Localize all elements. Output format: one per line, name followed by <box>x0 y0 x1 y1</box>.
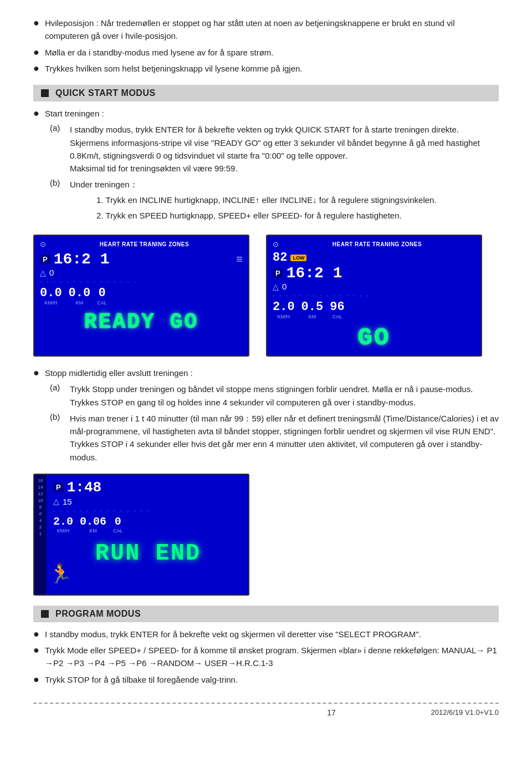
item-b-text: Under treningen： <box>70 180 138 189</box>
running-figure-icon: 🏃 <box>49 562 72 585</box>
screen1-speed2: 0.0 <box>69 286 91 300</box>
screen1-speed1: 0.0 <box>40 286 62 300</box>
program-text-2: Trykk Mode eller SPEED+ / SPEED- for å k… <box>45 644 499 670</box>
start-treningen-text: Start treningen : <box>45 107 104 120</box>
item-a-content: I standby modus, trykk ENTER for å bekre… <box>70 123 499 175</box>
item-b-label: (b) <box>50 178 66 187</box>
screen2-speed1-unit: KM/H <box>278 314 290 319</box>
bullet-icon-2: ● <box>33 47 39 58</box>
screen2-p-label: P <box>273 268 283 278</box>
screen-go: ⊙ HEART RATE TRANING ZONES 82 LOW P 16:2… <box>266 235 482 357</box>
quick-start-item-b: (b) Under treningen： 1. Trykk en INCLINE… <box>50 178 499 225</box>
program-bullet-2: ● Trykk Mode eller SPEED+ / SPEED- for å… <box>33 644 499 670</box>
screen-ready-go: ⊙ HEART RATE TRANING ZONES P 16:2 1 ≡ △ … <box>33 235 249 357</box>
screen3-speed2: 0.06 <box>80 515 106 528</box>
screen2-top-bar: ⊙ HEART RATE TRANING ZONES <box>273 240 475 248</box>
item-a3-text: stigningsverdi 0 og tidsvinduet vil star… <box>103 151 347 160</box>
screen1-p-label: P <box>40 255 50 264</box>
screen3-speed1: 2.0 <box>53 515 73 528</box>
intro-bullet-3: ● Trykkes hvilken som helst betjeningskn… <box>33 62 499 75</box>
footer: 17 2012/6/19 V1.0+V1.0 <box>33 703 499 717</box>
bullet-icon-3: ● <box>33 63 39 74</box>
num-item-1: 1. Trykk en INCLINE hurtigknapp, INCLINE… <box>96 194 437 206</box>
program-bullet-1: ● I standby modus, trykk ENTER for å bek… <box>33 628 499 641</box>
bullet-icon-1: ● <box>33 17 39 29</box>
screen2-speed1: 2.0 <box>273 300 295 314</box>
stop-a-label: (a) <box>50 383 66 392</box>
side-num-1: 1 <box>39 531 42 536</box>
screen2-speed3-unit: CAL <box>332 314 342 319</box>
side-num-8: 8 <box>39 505 42 510</box>
num-item-2: 2. Trykk en SPEED hurtigknapp, SPEED+ el… <box>96 209 437 222</box>
screen1-big-text: READY GO <box>40 310 243 334</box>
screen3-speed2-unit: KM <box>89 528 97 534</box>
footer-version: 2012/6/19 V1.0+V1.0 <box>431 708 499 717</box>
quick-start-sub-list: (a) I standby modus, trykk ENTER for å b… <box>50 123 499 225</box>
screen1-time: 16:2 1 <box>54 251 110 268</box>
screen1-bars-icon: ≡ <box>236 253 243 266</box>
intro-text-1: Hvileposisjon : Når tredemøllen er stopp… <box>45 17 499 43</box>
screen3-speed3: 0 <box>115 515 121 528</box>
screen2-speed2: 0.5 <box>301 300 324 314</box>
screen1-dashes: - - - - - - - - - - - - - - - <box>40 278 243 284</box>
screen3-dashes: - - - - - - - - - - - - - - - <box>53 507 243 514</box>
stop-a-text: Trykk Stopp under treningen og båndet vi… <box>70 383 499 409</box>
side-num-12: 12 <box>38 491 43 496</box>
screen3-speed3-unit: CAL <box>113 528 123 534</box>
num1-text: 1. Trykk en INCLINE hurtigknapp, INCLINE… <box>96 194 437 206</box>
screen2-dashes: - - - - - - - - - - - - - - - <box>273 292 475 298</box>
screen1-speed2-unit: KM <box>76 300 84 306</box>
num2-text: 2. Trykk en SPEED hurtigknapp, SPEED+ el… <box>96 209 402 222</box>
intro-text-2: Mølla er da i standby-modus med lysene a… <box>45 46 274 59</box>
start-treningen-bullet: ● Start treningen : <box>33 107 499 120</box>
quick-start-item-a: (a) I standby modus, trykk ENTER for å b… <box>50 123 499 175</box>
screen2-speed3: 96 <box>330 300 344 314</box>
stop-main-text: Stopp midlertidig eller avslutt treninge… <box>45 367 193 379</box>
program-bullet-icon-2: ● <box>33 644 39 656</box>
side-num-16: 16 <box>38 478 43 483</box>
side-num-4: 4 <box>39 518 42 523</box>
screen1-incline: 0 <box>49 268 54 277</box>
program-bullet-icon-1: ● <box>33 628 39 640</box>
screen1-title: HEART RATE TRANING ZONES <box>46 241 243 247</box>
intro-bullet-2: ● Mølla er da i standby-modus med lysene… <box>33 46 499 59</box>
screens-row-1: ⊙ HEART RATE TRANING ZONES P 16:2 1 ≡ △ … <box>33 235 499 357</box>
bullet-icon-stop: ● <box>33 367 39 379</box>
screen3-time: 1:48 <box>67 479 101 496</box>
screen3-speed1-unit: KM/H <box>57 528 70 534</box>
program-bullet-3: ● Trykk STOP for å gå tilbake til foregå… <box>33 673 499 686</box>
quick-start-header: QUICK START MODUS <box>33 85 499 101</box>
screen1-incline-icon: △ <box>40 268 46 277</box>
program-modus-title: PROGRAM MODUS <box>55 609 141 619</box>
screen2-title: HEART RATE TRANING ZONES <box>279 241 475 247</box>
item-a-text: I standby modus, trykk ENTER for å bekre… <box>70 125 459 134</box>
program-bullet-icon-3: ● <box>33 674 39 685</box>
item-a-label: (a) <box>50 123 66 133</box>
screen2-incline: 0 <box>282 282 287 291</box>
bullet-icon-start: ● <box>33 108 39 119</box>
stop-section: ● Stopp midlertidig eller avslutt trenin… <box>33 367 499 464</box>
side-num-2: 2 <box>39 525 42 530</box>
screen3-incline: 15 <box>63 497 72 506</box>
screen2-incline-icon: △ <box>273 282 279 291</box>
screen3-big-text: RUN END <box>53 540 243 567</box>
item-b-content: Under treningen： 1. Trykk en INCLINE hur… <box>70 178 437 225</box>
stop-item-a: (a) Trykk Stopp under treningen og bånde… <box>50 383 499 409</box>
screen-run-end: 16 14 12 10 8 6 4 2 1 🏃 P 1:48 △ 15 - - … <box>33 474 249 596</box>
intro-text-3: Trykkes hvilken som helst betjeningsknap… <box>45 62 303 75</box>
screen1-camera-icon: ⊙ <box>40 240 46 248</box>
header-square-icon <box>41 89 49 97</box>
stop-b-text: Hvis man trener i 1 t 40 minutter (til m… <box>70 412 499 464</box>
program-modus-header: PROGRAM MODUS <box>33 606 499 622</box>
footer-page: 17 <box>232 708 431 717</box>
numbered-sub-list: 1. Trykk en INCLINE hurtigknapp, INCLINE… <box>96 194 437 222</box>
screen-row-2: 16 14 12 10 8 6 4 2 1 🏃 P 1:48 △ 15 - - … <box>33 474 499 596</box>
program-text-1: I standby modus, trykk ENTER for å bekre… <box>45 628 421 641</box>
stop-sub-list: (a) Trykk Stopp under treningen og bånde… <box>50 383 499 464</box>
stop-b-label: (b) <box>50 412 66 421</box>
side-num-10: 10 <box>38 498 43 503</box>
program-header-square-icon <box>41 610 49 618</box>
stop-main-bullet: ● Stopp midlertidig eller avslutt trenin… <box>33 367 499 379</box>
program-modus-section: ● I standby modus, trykk ENTER for å bek… <box>33 628 499 686</box>
screen2-hr-val: 82 <box>273 251 287 265</box>
